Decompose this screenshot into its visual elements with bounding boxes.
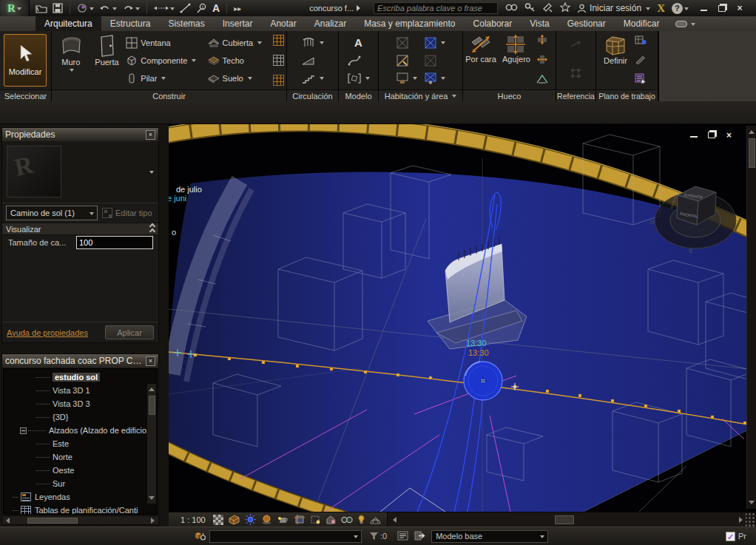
plano-referencia-lapiz-icon[interactable] [635, 55, 647, 67]
search-input[interactable] [374, 2, 498, 14]
open-icon[interactable] [36, 3, 47, 13]
tab-masa-emplazamiento[interactable]: Masa y emplazamiento [355, 16, 464, 31]
collapse-expander-icon[interactable] [20, 427, 27, 434]
apply-button[interactable]: Aplicar [105, 325, 154, 339]
reveal-hidden-icon[interactable] [358, 515, 365, 524]
escalera-button[interactable] [302, 70, 324, 87]
communication-center-icon[interactable] [542, 2, 553, 14]
plano-referencia-icon[interactable] [570, 67, 583, 81]
type-selector-arrow-icon[interactable] [149, 171, 154, 176]
visual-style-icon[interactable] [229, 515, 240, 525]
crop-view-icon[interactable] [294, 515, 305, 524]
locked-view-icon[interactable] [325, 515, 336, 524]
active-workset-dropdown[interactable] [209, 530, 362, 543]
view-close-button[interactable]: × [724, 131, 734, 139]
sun-study-3d-view[interactable]: 13:30 13:30 de julio e juni o SUPERIOR F… [169, 124, 756, 512]
habitacion-button[interactable] [396, 34, 417, 51]
techo-button[interactable]: Techo [208, 52, 271, 69]
date-label-junio[interactable]: e juni [169, 194, 186, 203]
type-selector-preview[interactable]: R [2, 141, 158, 203]
hueco-muro-icon[interactable] [536, 35, 548, 47]
drawing-area[interactable]: 13:30 13:30 de julio e juni o SUPERIOR F… [169, 124, 756, 527]
panel-label-circulacion[interactable]: Circulación [287, 89, 338, 101]
tree-item-3d[interactable]: {3D} [4, 410, 157, 424]
tree-item-vista-3d-1[interactable]: Vista 3D 1 [4, 384, 157, 397]
limite-area-button[interactable] [425, 52, 445, 69]
separador-habitacion-button[interactable] [396, 52, 417, 69]
crop-region-icon[interactable] [310, 515, 320, 524]
mostrar-plano-icon[interactable] [635, 35, 647, 47]
definir-button[interactable]: Definir [598, 33, 632, 88]
aligned-dimension-icon[interactable] [180, 3, 191, 13]
area-button[interactable] [425, 34, 445, 51]
curtain-grid-icon[interactable] [273, 55, 284, 66]
undo-icon[interactable] [99, 3, 117, 13]
shadows-icon[interactable] [261, 515, 272, 524]
barandilla-button[interactable] [302, 34, 324, 51]
tree-horizontal-scrollbar[interactable] [2, 515, 158, 524]
edit-type-button[interactable]: Editar tipo [102, 208, 152, 218]
ribbon-collapse-button[interactable] [675, 16, 695, 31]
agujero-button[interactable]: Agujero [499, 33, 534, 88]
title-expand-icon[interactable] [357, 5, 363, 11]
panel-label-seleccionar[interactable]: Seleccionar [0, 89, 51, 101]
resize-grip[interactable] [746, 512, 756, 527]
view-minimize-button[interactable] [689, 131, 698, 139]
view-vertical-scrollbar[interactable] [746, 126, 756, 509]
etiqueta-habitacion-button[interactable] [396, 70, 417, 87]
rampa-button[interactable] [302, 52, 324, 69]
displacement-icon[interactable] [370, 515, 381, 524]
tree-item-leyendas[interactable]: Leyendas [4, 490, 157, 504]
collapse-section-icon[interactable] [150, 224, 155, 234]
tab-estructura[interactable]: Estructura [101, 16, 160, 31]
view-scale-button[interactable]: 1 : 100 [169, 515, 213, 524]
tab-colaborar[interactable]: Colaborar [465, 16, 522, 31]
filter-dropdown[interactable]: Camino de sol (1) [6, 206, 98, 220]
panel-label-modelo[interactable]: Modelo [339, 89, 378, 101]
por-cara-button[interactable]: Por cara [465, 33, 496, 88]
panel-label-habitacion[interactable]: Habitación y área [379, 89, 462, 101]
panel-label-hueco[interactable]: Hueco [463, 89, 556, 101]
muro-button[interactable]: Muro [54, 33, 88, 88]
text-icon[interactable]: A [212, 2, 220, 14]
tab-arquitectura[interactable]: Arquitectura [36, 16, 101, 31]
grupo-modelo-button[interactable] [348, 70, 370, 87]
tab-insertar[interactable]: Insertar [214, 16, 262, 31]
close-button[interactable]: × [735, 4, 745, 13]
tab-modificar[interactable]: Modificar [615, 16, 669, 31]
restore-button[interactable] [717, 4, 727, 13]
design-options-dropdown[interactable]: Modelo base [431, 530, 548, 543]
nivel-icon[interactable] [570, 39, 583, 52]
synchronize-icon[interactable] [77, 3, 94, 13]
properties-close-icon[interactable]: × [146, 130, 155, 140]
detail-level-icon[interactable] [213, 515, 223, 525]
date-label-julio[interactable]: de julio [176, 185, 202, 194]
search-binoculars-icon[interactable] [505, 2, 518, 14]
panel-label-plano-trabajo[interactable]: Plano de trabajo [596, 89, 658, 101]
param-value-input[interactable] [76, 236, 153, 249]
measure-icon[interactable] [154, 4, 175, 13]
hueco-vertical-icon[interactable] [536, 55, 548, 67]
favorites-star-icon[interactable] [560, 2, 570, 14]
tab-vista[interactable]: Vista [521, 16, 558, 31]
project-browser-title-bar[interactable]: concurso fachada coac PROP CON... × [2, 354, 158, 368]
hueco-buhardilla-icon[interactable] [536, 74, 548, 86]
properties-help-link[interactable]: Ayuda de propiedades [7, 328, 88, 337]
exit-icon[interactable] [414, 531, 425, 542]
linea-modelo-button[interactable] [348, 52, 370, 69]
rendering-dialog-icon[interactable] [277, 515, 289, 524]
tab-analizar[interactable]: Analizar [306, 16, 355, 31]
view-horizontal-scrollbar[interactable] [387, 512, 756, 527]
tree-vertical-scrollbar[interactable] [146, 384, 156, 504]
tree-item-tablas[interactable]: Tablas de planificación/Canti [4, 504, 157, 515]
modify-button[interactable]: Modificar [4, 34, 47, 87]
tree-item-sur[interactable]: Sur [4, 477, 157, 490]
properties-title-bar[interactable]: Propiedades × [2, 128, 158, 141]
sun-marker[interactable] [464, 362, 502, 400]
compass-west-label[interactable]: O [649, 219, 654, 226]
compass-south-label[interactable]: S [689, 248, 692, 254]
curtain-system-icon[interactable] [273, 35, 284, 46]
worksets-icon[interactable] [194, 530, 206, 543]
tab-sistemas[interactable]: Sistemas [159, 16, 213, 31]
tag-icon[interactable]: 1 [196, 3, 207, 13]
